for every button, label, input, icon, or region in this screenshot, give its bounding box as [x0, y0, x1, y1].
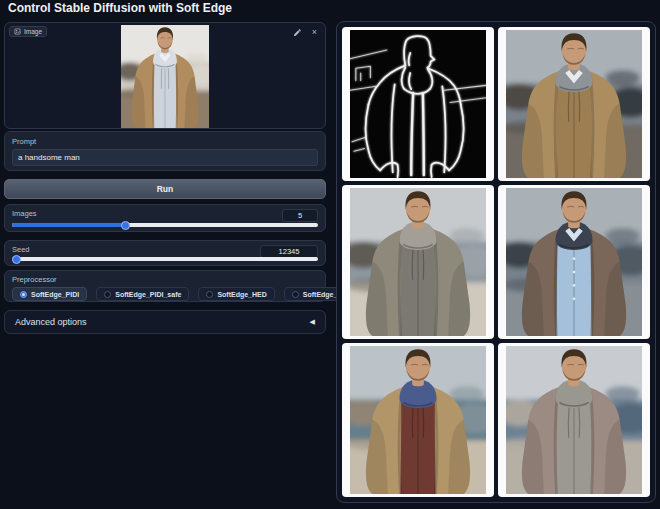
images-slider-handle[interactable]: [121, 221, 130, 230]
images-slider-block: Images 5: [4, 204, 326, 232]
prompt-label: Prompt: [12, 137, 318, 146]
input-image[interactable]: [121, 25, 209, 128]
seed-slider[interactable]: [12, 257, 318, 261]
run-button[interactable]: Run: [4, 179, 326, 199]
seed-slider-block: Seed 12345: [4, 240, 326, 266]
preprocessor-option-label: SoftEdge_PIDI_safe: [115, 291, 181, 298]
preprocessor-option-label: SoftEdge_HED: [217, 291, 266, 298]
clear-image-button[interactable]: ×: [309, 27, 320, 38]
gallery-item-photo-3[interactable]: [498, 185, 650, 339]
preprocessor-block: Preprocessor SoftEdge_PIDISoftEdge_PIDI_…: [4, 270, 326, 302]
radio-icon: [292, 291, 299, 298]
images-slider-fill: [12, 223, 125, 227]
close-icon: ×: [312, 28, 317, 37]
images-value-input[interactable]: 5: [282, 209, 318, 222]
advanced-options-label: Advanced options: [15, 317, 87, 327]
image-icon: [14, 28, 21, 35]
seed-label: Seed: [12, 245, 30, 254]
output-gallery-grid: [342, 27, 650, 497]
seed-slider-handle[interactable]: [12, 255, 21, 264]
output-gallery: [336, 21, 656, 503]
image-actions: ×: [292, 27, 320, 38]
images-slider[interactable]: [12, 223, 318, 227]
image-label: Image: [24, 28, 42, 35]
images-label: Images: [12, 209, 37, 218]
preprocessor-option-label: SoftEdge_PIDI: [31, 291, 79, 298]
input-image-block: Image ×: [4, 22, 326, 129]
preprocessor-label: Preprocessor: [12, 275, 318, 284]
preprocessor-option-SoftEdge_HED[interactable]: SoftEdge_HED: [198, 287, 274, 301]
page-title: Control Stable Diffusion with Soft Edge: [8, 1, 232, 15]
image-label-badge: Image: [9, 26, 47, 37]
preprocessor-option-SoftEdge_PIDI[interactable]: SoftEdge_PIDI: [12, 287, 87, 301]
prompt-block: Prompt a handsome man: [4, 131, 326, 171]
gallery-item-photo-1[interactable]: [498, 27, 650, 181]
prompt-input[interactable]: a handsome man: [12, 149, 318, 166]
radio-icon: [20, 291, 27, 298]
preprocessor-options: SoftEdge_PIDISoftEdge_PIDI_safeSoftEdge_…: [12, 287, 318, 301]
gallery-item-photo-2[interactable]: [342, 185, 494, 339]
advanced-options-accordion[interactable]: Advanced options ◀: [4, 310, 326, 334]
pencil-icon: [293, 28, 302, 37]
radio-icon: [104, 291, 111, 298]
radio-icon: [206, 291, 213, 298]
gallery-item-photo-4[interactable]: [342, 343, 494, 497]
gallery-item-photo-5[interactable]: [498, 343, 650, 497]
preprocessor-option-SoftEdge_PIDI_safe[interactable]: SoftEdge_PIDI_safe: [96, 287, 189, 301]
edit-image-button[interactable]: [292, 27, 303, 38]
gallery-item-edge-map[interactable]: [342, 27, 494, 181]
accordion-collapse-icon: ◀: [310, 318, 315, 326]
